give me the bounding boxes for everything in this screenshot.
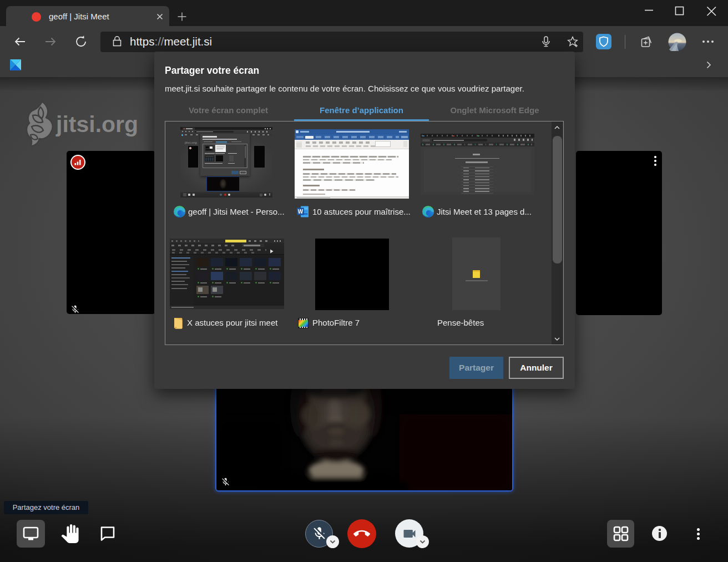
- svg-text:W: W: [298, 209, 304, 215]
